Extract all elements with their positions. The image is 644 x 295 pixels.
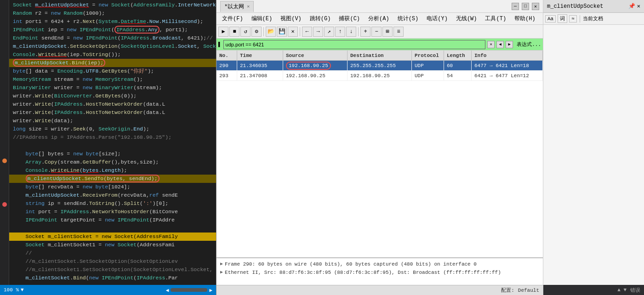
scroll-right[interactable]: ▶ bbox=[209, 287, 212, 293]
toolbar-stop[interactable]: ■ bbox=[229, 27, 239, 37]
profile-label: 配置: bbox=[501, 287, 514, 294]
menu-analyze[interactable]: 分析(A) bbox=[365, 14, 393, 23]
toolbar-aa[interactable]: Aa bbox=[545, 15, 556, 23]
toolbar-zoom-in[interactable]: + bbox=[360, 27, 370, 37]
menu-phone[interactable]: 电话(Y) bbox=[423, 14, 451, 23]
menu-tools[interactable]: 工具(T) bbox=[481, 14, 510, 23]
detail-expand-icon[interactable]: ▶ bbox=[220, 268, 223, 277]
wireshark-panel: *以太网 ✕ — □ ✕ 文件(F) 编辑(E) 视图(V) 跳转(G) 捕获(… bbox=[216, 0, 543, 295]
menu-wireless[interactable]: 无线(W) bbox=[452, 14, 481, 23]
detail-text-1: Frame 290: 60 bytes on wire (480 bits), … bbox=[225, 260, 477, 268]
filter-apply-left[interactable]: ◀ bbox=[496, 41, 504, 48]
toolbar-open[interactable]: 📂 bbox=[266, 27, 276, 37]
close-button[interactable]: ✕ bbox=[532, 3, 539, 10]
toolbar-settings[interactable]: ⚙ bbox=[251, 27, 262, 37]
toolbar-down[interactable]: ↓ bbox=[346, 27, 356, 37]
cell-source: 192.168.90.25 bbox=[283, 71, 348, 80]
code-line: writer.Write(data); bbox=[9, 117, 216, 125]
cell-protocol: UDP bbox=[412, 71, 444, 80]
col-header-no[interactable]: No. bbox=[217, 51, 237, 60]
code-line: Socket m_clientSocket1 = new Socket(Addr… bbox=[9, 241, 216, 249]
toolbar-save[interactable]: 💾 bbox=[277, 27, 287, 37]
col-header-length[interactable]: Length bbox=[444, 51, 472, 60]
toolbar-word[interactable]: 词 bbox=[558, 14, 567, 23]
toolbar-zoom-fit[interactable]: ⊞ bbox=[382, 27, 393, 37]
cell-time: 21.347008 bbox=[237, 71, 283, 80]
pin-icon[interactable]: 📌 bbox=[628, 3, 635, 10]
toolbar-separator bbox=[580, 15, 580, 23]
code-line bbox=[9, 224, 216, 233]
code-line: Random r2 = new Random(1000); bbox=[9, 9, 216, 17]
tab-close[interactable]: ✕ bbox=[247, 4, 250, 9]
scrollbar[interactable] bbox=[171, 288, 207, 292]
breakpoint-red bbox=[2, 202, 7, 207]
code-content: Socket m_clientUdpSocket = new Socket(Ad… bbox=[9, 0, 216, 295]
toolbar-zoom-out[interactable]: − bbox=[371, 27, 382, 37]
menu-view[interactable]: 视图(V) bbox=[277, 14, 305, 23]
nav-expand[interactable]: ▲ ▼ bbox=[617, 287, 627, 293]
menu-capture[interactable]: 捕获(C) bbox=[335, 14, 364, 23]
toolbar-start[interactable]: ▶ bbox=[218, 27, 228, 37]
breakpoint-orange bbox=[2, 159, 7, 163]
toolbar-forward[interactable]: → bbox=[313, 27, 323, 37]
cell-no: 293 bbox=[217, 71, 237, 80]
cell-length: 60 bbox=[444, 61, 472, 70]
code-line: EndPoint sendEnd = new IPEndPoint(IPAddr… bbox=[9, 34, 216, 42]
code-line: int port = IPAddress.NetworkToHostOrder(… bbox=[9, 208, 216, 216]
toolbar-go[interactable]: ↗ bbox=[324, 27, 334, 37]
wireshark-titlebar: *以太网 ✕ — □ ✕ bbox=[217, 0, 543, 13]
code-line: byte[] bytes = new byte[size]; bbox=[9, 150, 216, 158]
filter-input[interactable] bbox=[223, 40, 486, 49]
minimize-button[interactable]: — bbox=[512, 3, 519, 10]
toolbar-back[interactable]: ← bbox=[302, 27, 312, 37]
detail-expand-icon[interactable]: ▶ bbox=[220, 260, 223, 268]
menu-file[interactable]: 文件(F) bbox=[218, 14, 247, 23]
toolbar-list[interactable]: ≡ bbox=[393, 27, 404, 37]
maximize-button[interactable]: □ bbox=[522, 3, 529, 10]
code-gutter bbox=[0, 0, 9, 295]
code-line: BinaryWriter writer = new BinaryWriter(s… bbox=[9, 84, 216, 92]
filter-clear-button[interactable]: ✕ bbox=[487, 41, 495, 48]
filter-apply-right[interactable]: ▶ bbox=[506, 41, 513, 48]
close-icon[interactable]: ✕ bbox=[637, 3, 640, 10]
zoom-control[interactable]: 100 % ▼ bbox=[4, 287, 24, 293]
col-header-protocol[interactable]: Protocol bbox=[412, 51, 444, 60]
table-row[interactable]: 293 21.347008 192.168.90.25 192.168.90.2… bbox=[217, 71, 543, 81]
col-header-time[interactable]: Time bbox=[237, 51, 283, 60]
code-line: writer.Write(IPAddress.HostToNetworkOrde… bbox=[9, 108, 216, 117]
table-row[interactable]: 290 21.346035 192.168.90.25 255.255.255.… bbox=[217, 61, 543, 71]
menu-edit[interactable]: 编辑(E) bbox=[248, 14, 276, 23]
profile-value: Default bbox=[518, 288, 539, 293]
code-line: byte[] recvData = new byte[1024]; bbox=[9, 183, 216, 191]
toolbar-current-doc[interactable]: 当前文档 bbox=[583, 15, 603, 22]
cell-destination: 192.168.90.25 bbox=[348, 71, 412, 80]
cell-protocol: UDP bbox=[412, 61, 444, 70]
toolbar-up[interactable]: ↑ bbox=[335, 27, 345, 37]
toolbar-restart[interactable]: ↺ bbox=[240, 27, 251, 37]
scroll-left[interactable]: ◀ bbox=[166, 287, 169, 293]
wireshark-tab[interactable]: *以太网 ✕ bbox=[220, 1, 254, 12]
separator bbox=[300, 27, 300, 36]
separator bbox=[263, 27, 264, 36]
code-line: long size = writer.Seek(0, SeekOrigin.En… bbox=[9, 125, 216, 133]
menu-help[interactable]: 帮助(H) bbox=[511, 14, 539, 23]
col-header-source[interactable]: Source bbox=[283, 51, 348, 60]
toolbar-close[interactable]: ✕ bbox=[288, 27, 298, 37]
code-line: //m_clientSocket1.SetSocketOption(Socket… bbox=[9, 266, 216, 274]
nav-errors[interactable]: 错误 bbox=[630, 287, 640, 294]
code-line-selected: Socket m_clientSocket = new Socket(Addre… bbox=[9, 233, 216, 241]
code-line: m_clientSocket.Bind(new IPEndPoint(IPAdd… bbox=[9, 274, 216, 282]
menu-stats[interactable]: 统计(S) bbox=[394, 14, 422, 23]
code-line: IPEndPoint targetPoint = new IPEndPoint(… bbox=[9, 216, 216, 224]
code-line: Array.Copy(stream.GetBuffer(),bytes,size… bbox=[9, 158, 216, 166]
menu-jump[interactable]: 跳转(G) bbox=[306, 14, 335, 23]
packet-detail: ▶ Frame 290: 60 bytes on wire (480 bits)… bbox=[217, 257, 543, 285]
toolbar-regex[interactable]: ≈ bbox=[569, 15, 577, 23]
col-header-destination[interactable]: Destination bbox=[348, 51, 412, 60]
detail-line: ▶ Frame 290: 60 bytes on wire (480 bits)… bbox=[220, 260, 539, 268]
zoom-bar: 100 % ▼ ◀ ▶ bbox=[0, 285, 216, 295]
code-line: writer.Write(IPAddress.HostToNetworkOrde… bbox=[9, 100, 216, 108]
cell-destination: 255.255.255.255 bbox=[348, 61, 412, 70]
col-header-info[interactable]: Info bbox=[472, 51, 543, 60]
wireshark-statusbar: 配置: Default bbox=[217, 285, 543, 295]
